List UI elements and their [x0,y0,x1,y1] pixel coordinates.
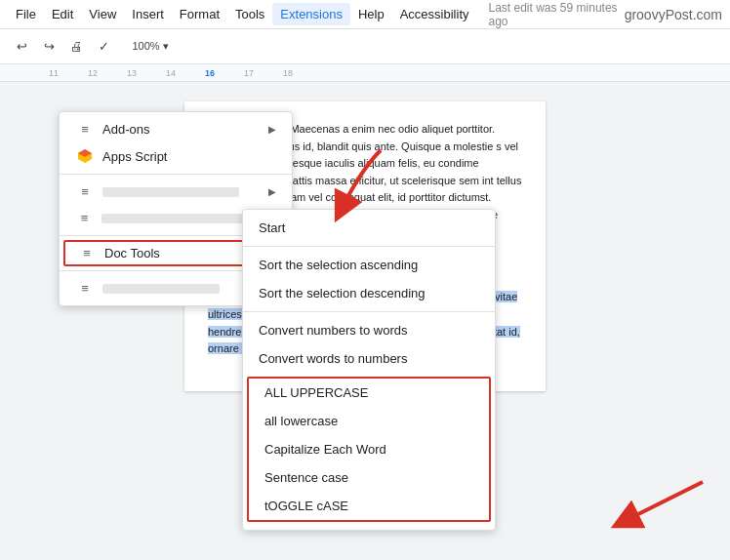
doc-tools-label: Doc Tools [104,246,160,260]
toggle-case-item[interactable]: tOGGLE cASE [249,492,489,520]
ruler-mark: 17 [244,68,254,78]
menu-insert[interactable]: Insert [124,3,172,25]
menu-bar: File Edit View Insert Format Tools Exten… [0,0,730,29]
menu-view[interactable]: View [81,3,124,25]
submenu-divider-1 [243,246,495,247]
uppercase-item[interactable]: ALL UPPERCASE [249,379,489,407]
case-options-group: ALL UPPERCASE all lowercase Capitalize E… [247,377,491,522]
ruler-bar: 11 12 13 14 16 17 18 [0,64,730,82]
ruler-mark: 16 [205,68,215,78]
menu-extensions[interactable]: Extensions [272,3,350,25]
doc-tools-icon: ≡ [77,246,97,260]
blurred-icon-3: ≡ [75,281,95,296]
menu-help[interactable]: Help [350,3,392,25]
main-area: porta non lectus. Maecenas a enim nec od… [0,82,730,560]
brand-text: groovyPost.com [625,7,722,22]
toolbar-undo-group: ↩ ↪ 🖨 ✓ [8,33,117,60]
ruler-mark: 14 [166,68,176,78]
redo-button[interactable]: ↪ [35,33,62,60]
ruler-mark: 18 [283,68,293,78]
ruler-mark: 12 [88,68,98,78]
addons-icon: ≡ [75,122,95,137]
submenu-divider-2 [243,311,495,312]
arrow-to-doc-tools [303,131,400,228]
blurred-icon-1: ≡ [75,184,95,199]
menu-accessibility[interactable]: Accessibility [392,3,477,25]
blurred-icon-2: ≡ [75,211,94,225]
sort-asc-item[interactable]: Sort the selection ascending [243,251,495,279]
convert-num-words-item[interactable]: Convert numbers to words [243,316,495,344]
spellcheck-button[interactable]: ✓ [90,33,117,60]
apps-script-icon [75,148,95,164]
capitalize-item[interactable]: Capitalize Each Word [249,435,489,463]
arrow-to-case-options [595,462,712,540]
doc-tools-submenu: Start Sort the selection ascending Sort … [242,209,496,531]
blurred-text-1 [102,187,239,197]
menu-format[interactable]: Format [172,3,227,25]
blurred-text-3 [102,284,220,294]
last-edit-text: Last edit was 59 minutes ago [489,1,625,28]
addons-arrow: ▶ [268,124,276,135]
lowercase-item[interactable]: all lowercase [249,407,489,435]
apps-script-item[interactable]: Apps Script [60,142,292,170]
print-button[interactable]: 🖨 [62,33,90,60]
addons-label: Add-ons [102,122,149,137]
apps-script-label: Apps Script [102,149,167,164]
sort-desc-item[interactable]: Sort the selection descending [243,279,495,307]
toolbar: ↩ ↪ 🖨 ✓ 100% ▾ [0,29,730,64]
ruler-mark: 11 [49,68,59,78]
blurred-arrow-1: ▶ [268,186,276,197]
zoom-select[interactable]: 100% ▾ [121,33,180,60]
blurred-item-1[interactable]: ≡ ▶ [60,179,292,205]
menu-tools[interactable]: Tools [227,3,272,25]
menu-edit[interactable]: Edit [44,3,81,25]
sentence-item[interactable]: Sentence case [249,463,489,492]
toolbar-zoom-group: 100% ▾ [121,33,180,60]
undo-button[interactable]: ↩ [8,33,35,60]
divider-1 [60,174,292,175]
menu-file[interactable]: File [8,3,44,25]
ruler-mark: 13 [127,68,137,78]
addons-item[interactable]: ≡ Add-ons ▶ [60,116,292,142]
convert-words-num-item[interactable]: Convert words to numbers [243,344,495,373]
